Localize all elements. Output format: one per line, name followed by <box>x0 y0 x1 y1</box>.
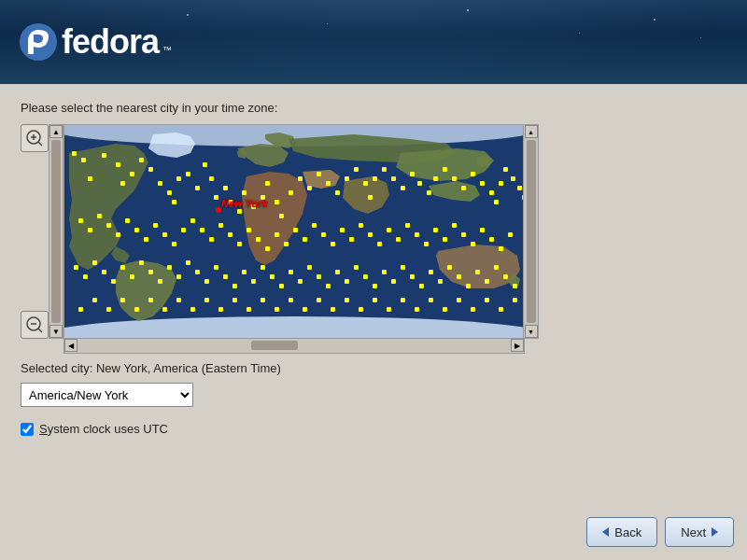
city-dot <box>317 274 321 279</box>
city-dot <box>471 172 475 176</box>
city-dot <box>293 228 298 232</box>
selected-city-text: Selected city: New York, America (Easter… <box>21 361 726 375</box>
right-scroll-down[interactable]: ▼ <box>525 325 538 338</box>
main-content: Please select the nearest city in your t… <box>0 84 747 560</box>
city-dot <box>373 176 377 181</box>
star <box>579 33 580 34</box>
city-dot <box>471 307 475 312</box>
city-dot <box>172 242 176 246</box>
city-dot <box>289 270 293 274</box>
city-dot <box>433 228 438 232</box>
city-dot <box>223 186 228 190</box>
hscroll-left-arrow[interactable]: ◀ <box>64 339 78 352</box>
city-dot <box>391 176 396 181</box>
city-dot <box>181 228 186 232</box>
city-dot <box>335 270 340 274</box>
zoom-in-icon <box>25 129 44 147</box>
back-button[interactable]: Back <box>586 517 657 547</box>
city-dot <box>102 153 106 158</box>
city-dot <box>284 242 289 246</box>
horizontal-scrollbar[interactable]: ◀ ▶ <box>63 339 525 354</box>
city-dot <box>475 270 480 274</box>
city-dot <box>321 232 326 237</box>
city-dot <box>345 298 349 302</box>
hscroll-right-arrow[interactable]: ▶ <box>511 339 524 352</box>
city-dot <box>415 232 419 237</box>
city-dot <box>190 307 195 312</box>
city-dot <box>508 232 513 237</box>
city-dot <box>373 284 377 288</box>
fedora-text: fedora <box>62 22 159 62</box>
city-dot <box>214 265 218 270</box>
city-dot <box>261 265 265 270</box>
next-arrow-icon <box>712 527 718 537</box>
city-dot <box>401 186 405 190</box>
map-with-vscroll: ▲ ▼ <box>49 124 539 339</box>
back-label: Back <box>614 525 641 539</box>
city-dot <box>391 279 396 284</box>
city-dot <box>261 195 265 200</box>
star <box>187 14 189 16</box>
city-dot <box>116 162 120 167</box>
next-label: Next <box>681 525 706 539</box>
scroll-down-arrow[interactable]: ▼ <box>49 325 63 338</box>
city-dot <box>298 176 303 181</box>
city-dot <box>176 176 181 181</box>
city-dot <box>120 181 125 186</box>
city-dot <box>162 307 167 312</box>
map-container: ▲ ▼ <box>21 124 539 354</box>
city-dot <box>214 195 218 200</box>
city-dot <box>298 279 303 284</box>
city-dot <box>92 260 97 265</box>
city-dot <box>195 186 200 190</box>
city-dot <box>466 284 471 288</box>
city-dot <box>489 237 494 242</box>
city-dot <box>471 242 475 246</box>
instruction-label: Please select the nearest city in your t… <box>21 101 726 115</box>
city-dot <box>354 167 359 172</box>
city-dot <box>247 307 251 312</box>
city-dot <box>499 307 503 312</box>
nav-buttons: Back Next <box>586 517 734 547</box>
city-dots-container <box>64 125 523 338</box>
city-dot <box>499 246 503 251</box>
city-dot <box>242 270 247 274</box>
timezone-select[interactable]: America/New YorkAmerica/ChicagoAmerica/D… <box>21 383 193 407</box>
utc-label-text: ystem clock uses UTC <box>48 422 168 436</box>
right-scroll-up[interactable]: ▲ <box>525 125 538 138</box>
city-dot <box>116 232 120 237</box>
world-map[interactable]: New York <box>63 124 524 339</box>
selected-city-dot <box>216 207 221 213</box>
city-dot <box>410 274 415 279</box>
city-dot <box>74 265 78 270</box>
utc-label[interactable]: System clock uses UTC <box>39 422 168 436</box>
vertical-scrollbar[interactable]: ▲ ▼ <box>49 124 63 339</box>
city-dot <box>265 181 270 186</box>
city-dot <box>345 176 349 181</box>
city-dot <box>72 151 77 156</box>
star <box>327 23 328 24</box>
city-dot <box>279 284 284 288</box>
city-dot <box>88 228 92 232</box>
scroll-up-arrow[interactable]: ▲ <box>49 125 63 138</box>
city-dot <box>275 307 279 312</box>
zoom-out-button[interactable] <box>21 311 49 339</box>
right-scrollbar[interactable]: ▲ ▼ <box>524 124 539 339</box>
city-dot <box>139 260 144 265</box>
city-dot <box>256 237 261 242</box>
city-dot <box>480 181 485 186</box>
city-dot <box>447 265 452 270</box>
city-dot <box>148 167 153 172</box>
city-dot <box>417 181 422 186</box>
city-dot <box>120 265 125 270</box>
zoom-in-button[interactable] <box>21 124 49 152</box>
city-dot <box>153 223 158 228</box>
utc-checkbox[interactable] <box>21 423 34 436</box>
next-button[interactable]: Next <box>665 517 734 547</box>
city-dot <box>363 274 368 279</box>
city-dot <box>162 232 167 237</box>
city-dot <box>401 298 405 302</box>
city-dot <box>415 307 419 312</box>
city-dot <box>307 265 312 270</box>
city-dot <box>186 260 190 265</box>
